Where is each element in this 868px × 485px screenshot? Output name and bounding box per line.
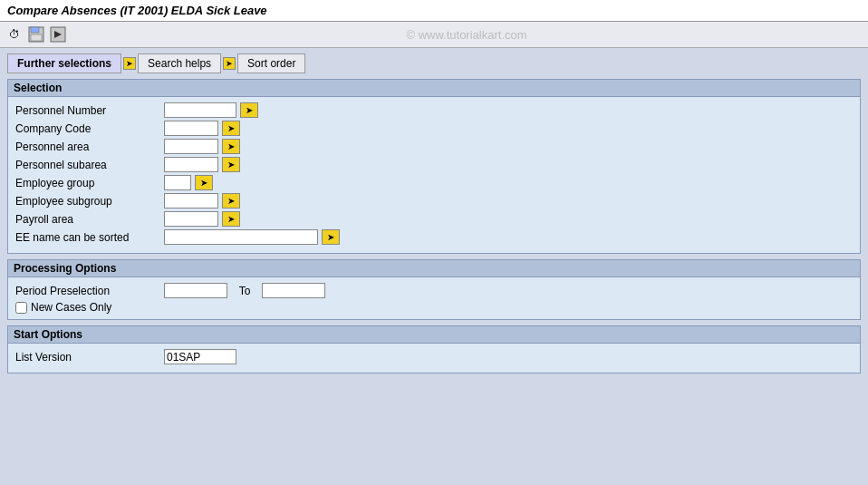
selection-header: Selection <box>8 80 860 97</box>
personnel-subarea-arrow[interactable]: ➤ <box>222 157 240 172</box>
employee-subgroup-label: Employee subgroup <box>15 195 160 208</box>
tab-sort-order[interactable]: Sort order <box>237 53 305 73</box>
processing-section: Processing Options Period Preselection T… <box>7 259 861 320</box>
payroll-area-label: Payroll area <box>15 213 160 226</box>
new-cases-label: New Cases Only <box>31 301 111 314</box>
processing-body: Period Preselection To New Cases Only <box>8 277 860 319</box>
list-version-label: List Version <box>15 351 160 364</box>
nav-icon[interactable] <box>49 25 67 44</box>
employee-group-row: Employee group ➤ <box>15 175 853 190</box>
main-content: Selection Personnel Number ➤ Company Cod… <box>0 73 868 379</box>
selection-section: Selection Personnel Number ➤ Company Cod… <box>7 79 861 254</box>
ee-name-row: EE name can be sorted ➤ <box>15 229 853 245</box>
personnel-number-arrow[interactable]: ➤ <box>240 102 258 118</box>
personnel-subarea-input[interactable] <box>164 157 218 172</box>
ee-name-input[interactable] <box>164 229 318 245</box>
tab-search-helps-label: Search helps <box>148 57 211 70</box>
selection-body: Personnel Number ➤ Company Code ➤ Person… <box>8 97 860 253</box>
company-code-input[interactable] <box>164 121 218 136</box>
to-label: To <box>231 285 258 297</box>
processing-header: Processing Options <box>8 260 860 277</box>
payroll-area-input[interactable] <box>164 211 218 227</box>
company-code-arrow[interactable]: ➤ <box>222 121 240 136</box>
personnel-number-input[interactable] <box>164 102 236 118</box>
clock-icon[interactable]: ⏱ <box>5 25 24 44</box>
new-cases-checkbox[interactable] <box>15 302 27 314</box>
employee-group-input[interactable] <box>164 175 191 190</box>
employee-subgroup-row: Employee subgroup ➤ <box>15 193 853 209</box>
save-icon[interactable] <box>27 25 45 44</box>
ee-name-label: EE name can be sorted <box>15 231 160 244</box>
watermark: © www.tutorialkart.com <box>71 28 863 42</box>
start-options-section: Start Options List Version <box>7 325 861 373</box>
page-title: Compare Absences (IT 2001) ELDA Sick Lea… <box>7 4 267 17</box>
tab-sort-order-label: Sort order <box>247 57 295 70</box>
tab-bar: Further selections ➤ Search helps ➤ Sort… <box>0 48 868 73</box>
employee-subgroup-arrow[interactable]: ➤ <box>222 193 240 209</box>
personnel-subarea-row: Personnel subarea ➤ <box>15 157 853 172</box>
employee-group-label: Employee group <box>15 177 160 189</box>
tab-arrow-1: ➤ <box>123 57 136 70</box>
ee-name-arrow[interactable]: ➤ <box>322 229 340 245</box>
list-version-row: List Version <box>15 349 853 364</box>
period-preselection-label: Period Preselection <box>15 285 160 297</box>
title-bar: Compare Absences (IT 2001) ELDA Sick Lea… <box>0 0 868 22</box>
personnel-area-row: Personnel area ➤ <box>15 139 853 154</box>
period-preselection-input[interactable] <box>164 283 227 298</box>
personnel-subarea-label: Personnel subarea <box>15 159 160 171</box>
employee-group-arrow[interactable]: ➤ <box>195 175 213 190</box>
company-code-label: Company Code <box>15 122 160 135</box>
payroll-area-row: Payroll area ➤ <box>15 211 853 227</box>
start-options-header: Start Options <box>8 326 860 344</box>
new-cases-row: New Cases Only <box>15 301 853 314</box>
start-options-body: List Version <box>8 344 860 373</box>
tab-search-helps[interactable]: Search helps <box>138 53 221 73</box>
svg-rect-2 <box>31 34 42 41</box>
period-to-input[interactable] <box>262 283 325 298</box>
period-preselection-row: Period Preselection To <box>15 283 853 298</box>
company-code-row: Company Code ➤ <box>15 121 853 136</box>
list-version-input[interactable] <box>164 349 236 364</box>
employee-subgroup-input[interactable] <box>164 193 218 209</box>
personnel-area-label: Personnel area <box>15 141 160 153</box>
personnel-area-arrow[interactable]: ➤ <box>222 139 240 154</box>
tab-further-selections-label: Further selections <box>17 57 111 70</box>
tab-arrow-2: ➤ <box>223 57 236 70</box>
personnel-area-input[interactable] <box>164 139 218 154</box>
svg-rect-1 <box>31 27 39 33</box>
personnel-number-row: Personnel Number ➤ <box>15 102 853 118</box>
personnel-number-label: Personnel Number <box>15 104 160 117</box>
tab-further-selections[interactable]: Further selections <box>7 53 121 73</box>
toolbar: ⏱ © www.tutorialkart.com <box>0 22 868 48</box>
payroll-area-arrow[interactable]: ➤ <box>222 211 240 227</box>
